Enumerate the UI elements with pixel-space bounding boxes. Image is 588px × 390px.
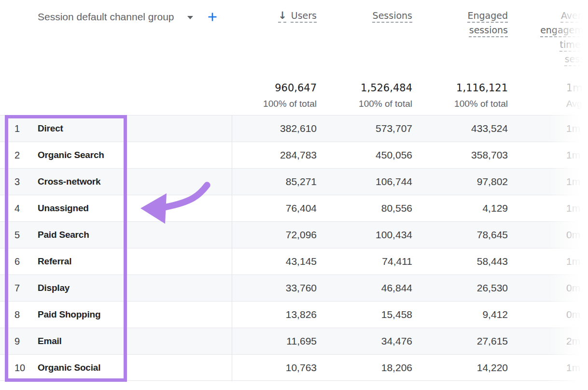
right-edge-fade — [549, 0, 588, 390]
table-row: 2 Organic Search 284,783 450,056 358,703… — [0, 142, 588, 168]
row-engaged-value: 27,615 — [433, 328, 508, 355]
row-rank: 4 — [14, 195, 34, 222]
row-sessions-value: 80,556 — [337, 195, 412, 222]
table-row: 1 Direct 382,610 573,707 433,524 1m — [0, 115, 588, 142]
table-row: 10 Organic Social 10,763 18,206 14,220 1… — [0, 354, 588, 381]
row-engaged-value: 14,220 — [433, 355, 508, 381]
row-channel-name: Direct — [38, 116, 163, 142]
row-channel-name: Organic Social — [38, 355, 163, 381]
row-sessions-value: 450,056 — [337, 142, 412, 169]
row-sessions-value: 100,434 — [337, 222, 412, 248]
row-engaged-value: 78,645 — [433, 222, 508, 248]
total-sessions: 1,526,484 100% of total — [340, 80, 412, 111]
row-channel-name: Unassigned — [38, 195, 163, 222]
row-users-value: 72,096 — [241, 222, 317, 248]
table-row: 8 Paid Shopping 13,826 15,458 9,412 0m — [0, 301, 588, 328]
total-users: 960,647 100% of total — [244, 80, 317, 111]
row-engaged-value: 358,703 — [433, 142, 508, 169]
row-users-value: 284,783 — [241, 142, 317, 169]
table-row: 5 Paid Search 72,096 100,434 78,645 0m — [0, 221, 588, 248]
row-rank: 6 — [14, 248, 34, 275]
sort-desc-icon: ↓ — [278, 10, 287, 21]
row-channel-name: Referral — [38, 248, 163, 275]
row-sessions-value: 106,744 — [337, 169, 412, 195]
row-users-value: 76,404 — [241, 195, 317, 222]
row-channel-name: Paid Shopping — [38, 302, 163, 328]
row-engaged-value: 26,530 — [433, 275, 508, 302]
row-rank: 2 — [14, 142, 34, 169]
row-sessions-value: 46,844 — [337, 275, 412, 302]
row-rank: 10 — [14, 355, 34, 381]
column-header-users[interactable]: ↓Users — [244, 8, 317, 23]
row-rank: 8 — [14, 302, 34, 328]
row-rank: 5 — [14, 222, 34, 248]
row-users-value: 33,760 — [241, 275, 317, 302]
dimension-header: Session default channel group — [38, 11, 218, 23]
row-engaged-value: 433,524 — [433, 116, 508, 142]
analytics-channel-table: Session default channel group ↓Users Ses… — [0, 0, 588, 390]
row-engaged-value: 4,129 — [433, 195, 508, 222]
row-engaged-value: 58,443 — [433, 248, 508, 275]
plus-icon[interactable] — [207, 11, 218, 23]
row-rank: 3 — [14, 169, 34, 195]
row-channel-name: Email — [38, 328, 163, 355]
table-row: 4 Unassigned 76,404 80,556 4,129 1m — [0, 195, 588, 221]
table-row: 9 Email 11,695 34,476 27,615 2m — [0, 328, 588, 354]
row-sessions-value: 74,411 — [337, 248, 412, 275]
row-channel-name: Display — [38, 275, 163, 302]
total-engaged-sessions: 1,116,121 100% of total — [435, 80, 508, 111]
row-users-value: 13,826 — [241, 302, 317, 328]
chevron-down-icon[interactable] — [187, 16, 193, 19]
column-header-engaged-sessions[interactable]: Engaged sessions — [455, 8, 508, 37]
column-header-sessions[interactable]: Sessions — [340, 8, 412, 23]
row-users-value: 11,695 — [241, 328, 317, 355]
row-users-value: 85,271 — [241, 169, 317, 195]
row-rank: 9 — [14, 328, 34, 355]
row-engaged-value: 97,802 — [433, 169, 508, 195]
row-rank: 7 — [14, 275, 34, 302]
row-sessions-value: 15,458 — [337, 302, 412, 328]
row-engaged-value: 9,412 — [433, 302, 508, 328]
row-sessions-value: 573,707 — [337, 116, 412, 142]
table-row: 7 Display 33,760 46,844 26,530 0m — [0, 274, 588, 301]
row-users-value: 43,145 — [241, 248, 317, 275]
row-users-value: 382,610 — [241, 116, 317, 142]
row-sessions-value: 18,206 — [337, 355, 412, 381]
dimension-dropdown[interactable]: Session default channel group — [38, 11, 174, 23]
row-channel-name: Paid Search — [38, 222, 163, 248]
row-channel-name: Cross-network — [38, 169, 163, 195]
column-divider — [232, 115, 232, 381]
row-channel-name: Organic Search — [38, 142, 163, 169]
row-sessions-value: 34,476 — [337, 328, 412, 355]
table-row: 6 Referral 43,145 74,411 58,443 1m — [0, 248, 588, 274]
row-rank: 1 — [14, 116, 34, 142]
row-users-value: 10,763 — [241, 355, 317, 381]
table-row: 3 Cross-network 85,271 106,744 97,802 1m — [0, 168, 588, 195]
table-body: 1 Direct 382,610 573,707 433,524 1m 2 Or… — [0, 115, 588, 381]
